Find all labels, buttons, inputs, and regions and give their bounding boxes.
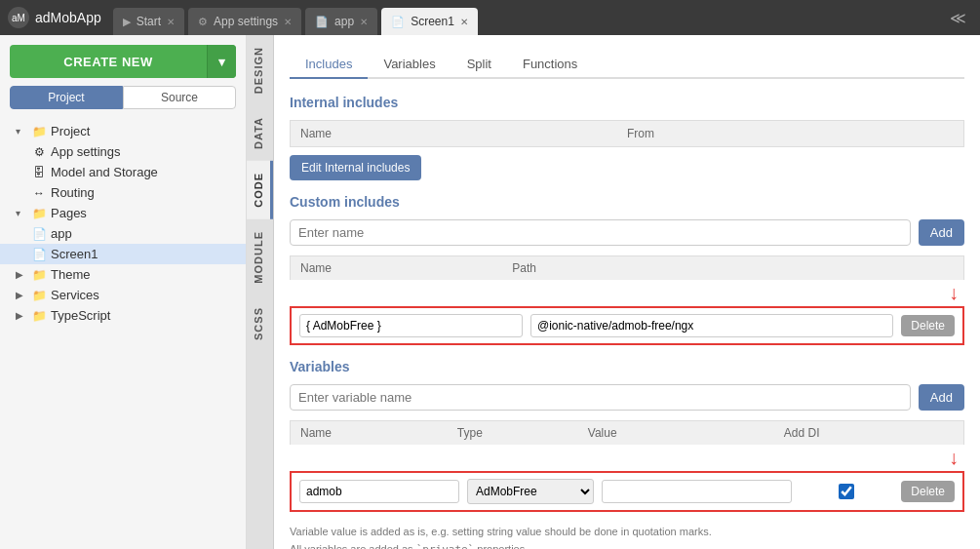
variable-delete-button[interactable]: Delete [901,481,955,502]
expand-icon-pages: ▾ [16,208,27,218]
sub-tabs-bar: Includes Variables Split Functions [290,51,964,79]
variables-title: Variables [290,359,964,374]
tree-label-typescript: TypeScript [51,308,110,323]
folder-icon-theme: 📁 [31,268,47,282]
vtab-data[interactable]: DATA [247,105,273,161]
variable-adddi-cell [800,484,893,499]
vertical-tabs-panel: DESIGN DATA CODE MODULE SCSS [247,35,274,549]
expand-icon-typescript: ▶ [16,310,27,321]
tree-item-screen1[interactable]: 📄 Screen1 [0,244,246,264]
app-icon: aM [8,7,29,28]
var-col-adddi: Add DI [784,426,888,440]
custom-include-delete-button[interactable]: Delete [901,315,955,336]
col-header-name: Name [300,127,627,140]
vtab-scss[interactable]: SCSS [247,295,273,352]
project-tab[interactable]: Project [10,86,123,109]
col-header-from: From [627,127,954,140]
sub-tab-variables[interactable]: Variables [368,51,451,79]
tab-app-close[interactable]: ✕ [360,17,368,27]
sub-tab-split[interactable]: Split [451,51,507,79]
custom-include-name-field[interactable] [299,314,523,337]
tree-item-project[interactable]: ▾ 📁 Project [0,121,246,141]
variables-table-header: Name Type Value Add DI [290,420,964,445]
tab-app[interactable]: 📄 app ✕ [305,8,377,35]
file-icon-app: 📄 [31,227,47,241]
custom-col-name: Name [300,261,512,275]
source-tab[interactable]: Source [123,86,236,109]
expand-icon-services: ▶ [16,290,27,300]
internal-includes-table-header: Name From [290,120,964,147]
variable-type-select[interactable]: AdMobFree [467,479,594,504]
folder-icon-pages: 📁 [31,207,47,220]
var-col-actions [888,426,954,440]
tree-label-project: Project [51,124,90,138]
vtab-design[interactable]: DESIGN [247,35,273,105]
custom-include-path-field[interactable] [530,314,893,337]
variables-add-row: Add [290,384,964,411]
vtab-code[interactable]: CODE [247,161,273,219]
variables-add-button[interactable]: Add [919,384,964,411]
internal-includes-section: Internal includes Name From Edit Interna… [290,95,964,194]
file-icon-routing: ↔ [31,186,47,200]
tree-item-app-page[interactable]: 📄 app [0,223,246,244]
custom-includes-add-row: Add [290,219,964,246]
folder-icon-services: 📁 [31,289,47,302]
custom-includes-add-button[interactable]: Add [919,219,964,246]
tab-app-settings[interactable]: ⚙ App settings ✕ [188,8,301,35]
tab-screen1-close[interactable]: ✕ [460,17,468,27]
var-col-type: Type [457,426,588,440]
create-new-label: CREATE NEW [10,55,207,69]
tree-item-model-storage[interactable]: 🗄 Model and Storage [0,162,246,182]
custom-includes-row: Delete [290,306,964,345]
create-new-arrow-icon[interactable]: ▾ [207,45,236,78]
collapse-sidebar-button[interactable]: ≪ [944,7,972,29]
var-col-value: Value [588,426,784,440]
app-settings-tab-icon: ⚙ [198,16,208,28]
tree-label-screen1: Screen1 [51,247,98,261]
sidebar: CREATE NEW ▾ Project Source ▾ 📁 Project … [0,35,247,549]
custom-includes-table-header: Name Path [290,255,964,280]
file-tree: ▾ 📁 Project ⚙ App settings 🗄 Model and S… [0,117,246,330]
sub-tab-functions[interactable]: Functions [507,51,593,79]
file-icon-screen1: 📄 [31,248,47,261]
file-icon-model: 🗄 [31,166,47,179]
variable-adddi-checkbox[interactable] [839,484,854,499]
tree-item-services[interactable]: ▶ 📁 Services [0,285,246,305]
custom-includes-name-input[interactable] [290,219,911,246]
tab-start[interactable]: ▶ Start ✕ [113,8,184,35]
edit-internal-includes-button[interactable]: Edit Internal includes [290,155,421,180]
tree-label-model-storage: Model and Storage [51,165,158,179]
var-col-name: Name [300,426,457,440]
tab-start-close[interactable]: ✕ [167,17,175,27]
tree-label-theme: Theme [51,267,90,282]
tab-screen1-label: Screen1 [411,15,454,28]
app-logo: aM adMobApp [8,7,101,28]
variables-note: Variable value is added as is, e.g. sett… [290,524,964,549]
tree-item-app-settings[interactable]: ⚙ App settings [0,141,246,162]
create-new-button[interactable]: CREATE NEW ▾ [10,45,236,78]
tab-app-label: app [334,15,354,28]
project-source-toggle: Project Source [10,86,236,109]
custom-includes-title: Custom includes [290,194,964,210]
variables-arrow-icon: ↓ [949,447,959,469]
tree-item-pages[interactable]: ▾ 📁 Pages [0,203,246,223]
vtab-module[interactable]: MODULE [247,219,273,295]
variable-name-input[interactable] [290,384,911,411]
tree-item-routing[interactable]: ↔ Routing [0,182,246,203]
sub-tab-includes[interactable]: Includes [290,51,368,79]
tab-screen1[interactable]: 📄 Screen1 ✕ [381,8,478,35]
tree-item-theme[interactable]: ▶ 📁 Theme [0,264,246,285]
variable-name-field[interactable] [299,480,459,503]
tree-label-services: Services [51,288,99,302]
expand-icon-theme: ▶ [16,269,27,280]
main-content: Includes Variables Split Functions Inter… [274,35,980,549]
tree-item-typescript[interactable]: ▶ 📁 TypeScript [0,305,246,326]
screen1-tab-icon: 📄 [391,16,405,28]
app-name: adMobApp [35,10,101,25]
app-tab-icon: 📄 [315,16,329,28]
tab-app-settings-close[interactable]: ✕ [284,17,292,27]
tree-label-pages: Pages [51,206,87,220]
tab-start-label: Start [137,15,161,28]
tree-label-app-settings: App settings [51,144,121,159]
variable-value-field[interactable] [602,480,792,503]
